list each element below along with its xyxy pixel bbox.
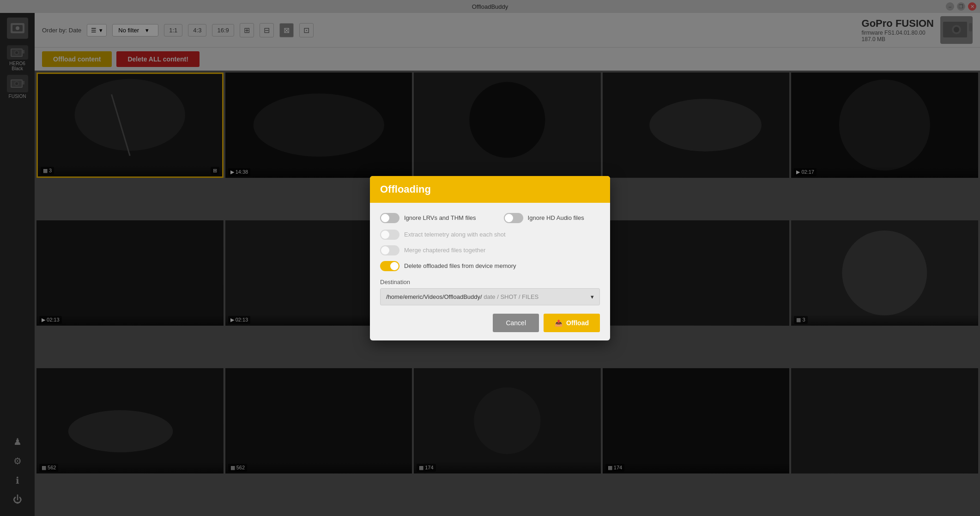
dialog-body: Ignore LRVs and THM files Ignore HD Audi… — [370, 203, 610, 340]
dialog-header: Offloading — [370, 176, 610, 203]
dialog-actions: Cancel 📤 Offload — [380, 314, 600, 332]
lrv-toggle-knob — [381, 214, 389, 222]
telemetry-label: Extract telemetry along with each shot — [404, 231, 506, 238]
destination-path-text: /home/emeric/Videos/OffloadBuddy/ date /… — [386, 293, 538, 300]
merge-label: Merge chaptered files together — [404, 247, 485, 254]
option-delete: Delete offloaded files from device memor… — [380, 261, 600, 271]
option-telemetry: Extract telemetry along with each shot — [380, 230, 600, 240]
lrv-label: Ignore LRVs and THM files — [404, 214, 476, 221]
option-merge: Merge chaptered files together — [380, 245, 600, 255]
merge-toggle[interactable] — [380, 245, 399, 255]
merge-toggle-knob — [381, 246, 389, 255]
offloading-dialog: Offloading Ignore LRVs and THM files Ign… — [370, 176, 610, 340]
destination-label: Destination — [380, 279, 600, 285]
destination-section: Destination /home/emeric/Videos/OffloadB… — [380, 279, 600, 305]
dialog-title: Offloading — [380, 183, 431, 195]
offload-dialog-label: Offload — [566, 319, 589, 327]
option-lrv: Ignore LRVs and THM files — [380, 213, 476, 223]
hd-audio-toggle-knob — [505, 214, 513, 222]
hd-audio-toggle[interactable] — [504, 213, 523, 223]
delete-label: Delete offloaded files from device memor… — [404, 262, 516, 269]
offload-button[interactable]: 📤 Offload — [544, 314, 600, 332]
option-hd-audio: Ignore HD Audio files — [504, 213, 584, 223]
hd-audio-label: Ignore HD Audio files — [528, 214, 584, 221]
destination-chevron-icon: ▾ — [591, 293, 594, 300]
destination-path-select[interactable]: /home/emeric/Videos/OffloadBuddy/ date /… — [380, 288, 600, 305]
offload-dialog-icon: 📤 — [555, 319, 563, 327]
cancel-button[interactable]: Cancel — [493, 314, 539, 332]
telemetry-toggle-knob — [381, 231, 389, 239]
options-row-1: Ignore LRVs and THM files Ignore HD Audi… — [380, 213, 600, 223]
delete-toggle[interactable] — [380, 261, 399, 271]
delete-toggle-knob — [390, 262, 399, 270]
lrv-toggle[interactable] — [380, 213, 399, 223]
destination-path-suffix: date / SHOT / FILES — [484, 293, 538, 300]
destination-path-main: /home/emeric/Videos/OffloadBuddy/ — [386, 293, 482, 300]
telemetry-toggle[interactable] — [380, 230, 399, 240]
